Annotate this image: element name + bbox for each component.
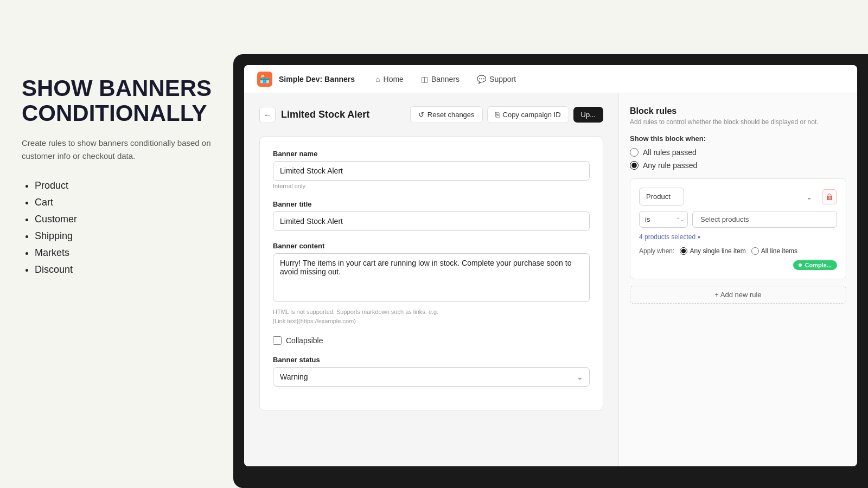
rule-type-select-wrapper: Product Cart Customer Shipping Markets D… <box>639 188 818 206</box>
all-rules-radio[interactable] <box>630 148 639 157</box>
rule-type-select[interactable]: Product Cart Customer Shipping Markets D… <box>639 188 684 206</box>
app-title: Simple Dev: Banners <box>279 75 355 84</box>
complete-label: Comple... <box>805 262 832 268</box>
support-icon: 💬 <box>477 75 486 84</box>
update-label: Up... <box>581 111 596 119</box>
banner-status-label: Banner status <box>273 356 590 364</box>
apply-any-label[interactable]: Any single line item <box>690 247 745 255</box>
nav-item-home[interactable]: ⌂ Home <box>368 72 411 87</box>
any-rule-label[interactable]: Any rule passed <box>643 161 697 170</box>
rule-type-row: Product Cart Customer Shipping Markets D… <box>639 188 837 206</box>
left-panel: SHOW BANNERS CONDITIONALLY Create rules … <box>0 0 233 488</box>
select-products-button[interactable]: Select products <box>692 211 837 228</box>
any-rule-radio[interactable] <box>630 161 639 170</box>
apply-when-row: Apply when: Any single line item All lin… <box>639 247 837 270</box>
banner-title-label: Banner title <box>273 200 590 208</box>
nav-label-banners: Banners <box>431 75 459 84</box>
chevron-down-icon: ▾ <box>698 234 700 240</box>
nav-label-home: Home <box>384 75 404 84</box>
collapsible-checkbox[interactable] <box>273 336 282 345</box>
nav-item-support[interactable]: 💬 Support <box>469 72 524 87</box>
show-block-label: Show this block when: <box>630 134 846 143</box>
list-item-customer: Customer <box>35 214 212 225</box>
banner-status-group: Banner status Warning Info Success Error <box>273 356 590 387</box>
apply-all-radio[interactable] <box>751 247 759 255</box>
form-panel: ← Limited Stock Alert ↺ Reset changes ⎘ … <box>244 93 618 466</box>
collapsible-group: Collapsible <box>273 336 590 345</box>
banner-name-group: Banner name Internal only <box>273 150 590 189</box>
reset-label: Reset changes <box>427 111 475 119</box>
apply-all-row: All line items <box>751 247 797 255</box>
nav-label-support: Support <box>489 75 516 84</box>
copy-label: Copy campaign ID <box>503 111 561 119</box>
all-rules-row: All rules passed <box>630 148 846 157</box>
banner-content-hint: HTML is not supported. Supports markdown… <box>273 307 590 325</box>
all-rules-label[interactable]: All rules passed <box>643 148 697 157</box>
collapsible-label[interactable]: Collapsible <box>286 336 323 345</box>
rules-subtitle: Add rules to control whether the block s… <box>630 118 846 126</box>
header-actions: ↺ Reset changes ⎘ Copy campaign ID Up... <box>410 106 603 123</box>
page-header-left: ← Limited Stock Alert <box>259 107 369 123</box>
complete-badge: Comple... <box>793 260 837 270</box>
condition-select[interactable]: is is not <box>639 211 688 228</box>
complete-dot <box>799 264 802 267</box>
back-button[interactable]: ← <box>259 107 276 123</box>
list-item-markets: Markets <box>35 247 212 259</box>
form-card: Banner name Internal only Banner title B… <box>259 136 603 411</box>
list-item-product: Product <box>35 180 212 191</box>
apply-when-label: Apply when: <box>639 247 674 255</box>
list-item-shipping: Shipping <box>35 230 212 242</box>
rules-panel: Block rules Add rules to control whether… <box>618 93 857 466</box>
banners-icon: ◫ <box>421 75 428 84</box>
list-item-cart: Cart <box>35 197 212 208</box>
copy-campaign-button[interactable]: ⎘ Copy campaign ID <box>487 106 569 123</box>
banner-name-label: Banner name <box>273 150 590 158</box>
nav-item-banners[interactable]: ◫ Banners <box>413 72 467 87</box>
apply-any-radio[interactable] <box>680 247 687 255</box>
banner-content-label: Banner content <box>273 242 590 250</box>
products-selected-count: 4 products selected <box>639 233 695 241</box>
update-button[interactable]: Up... <box>573 107 603 123</box>
main-content: ← Limited Stock Alert ↺ Reset changes ⎘ … <box>244 93 857 466</box>
banner-status-select-wrapper: Warning Info Success Error <box>273 367 590 387</box>
select-products-label: Select products <box>700 215 749 223</box>
apply-any-row: Any single line item <box>680 247 745 255</box>
banner-title-input[interactable] <box>273 211 590 231</box>
rule-card: Product Cart Customer Shipping Markets D… <box>630 178 846 279</box>
reset-changes-button[interactable]: ↺ Reset changes <box>410 106 483 123</box>
reset-icon: ↺ <box>418 111 424 119</box>
banner-name-helper: Internal only <box>273 183 590 189</box>
banner-content-textarea[interactable]: Hurry! The items in your cart are runnin… <box>273 253 590 302</box>
banner-title-group: Banner title <box>273 200 590 231</box>
main-description: Create rules to show banners conditional… <box>22 137 212 163</box>
rules-title: Block rules <box>630 106 846 116</box>
page-title: Limited Stock Alert <box>281 109 369 120</box>
condition-select-wrap: is is not <box>639 211 688 228</box>
any-rule-row: Any rule passed <box>630 161 846 170</box>
add-rule-label: + Add new rule <box>714 291 761 299</box>
banner-content-group: Banner content Hurry! The items in your … <box>273 242 590 325</box>
products-selected-link[interactable]: 4 products selected ▾ <box>639 233 837 241</box>
banner-status-select[interactable]: Warning Info Success Error <box>273 367 590 387</box>
app-icon-emoji: 🏪 <box>259 74 270 84</box>
copy-icon: ⎘ <box>495 111 500 119</box>
list-item-discount: Discount <box>35 264 212 275</box>
apply-all-label[interactable]: All line items <box>761 247 797 255</box>
trash-icon: 🗑 <box>826 192 833 201</box>
condition-row: is is not Select products <box>639 211 837 228</box>
app-window: 🏪 Simple Dev: Banners ⌂ Home ◫ Banners 💬… <box>244 65 857 466</box>
laptop-frame: 🏪 Simple Dev: Banners ⌂ Home ◫ Banners 💬… <box>233 54 868 488</box>
top-nav: 🏪 Simple Dev: Banners ⌂ Home ◫ Banners 💬… <box>244 65 857 93</box>
add-new-rule-button[interactable]: + Add new rule <box>630 286 846 304</box>
banner-name-input[interactable] <box>273 161 590 181</box>
page-header: ← Limited Stock Alert ↺ Reset changes ⎘ … <box>259 106 603 123</box>
show-when-radio-group: All rules passed Any rule passed <box>630 148 846 170</box>
feature-list: Product Cart Customer Shipping Markets D… <box>22 180 212 281</box>
main-heading: SHOW BANNERS CONDITIONALLY <box>22 76 212 126</box>
rule-delete-button[interactable]: 🗑 <box>822 189 837 204</box>
app-icon: 🏪 <box>257 72 272 87</box>
home-icon: ⌂ <box>375 75 380 84</box>
